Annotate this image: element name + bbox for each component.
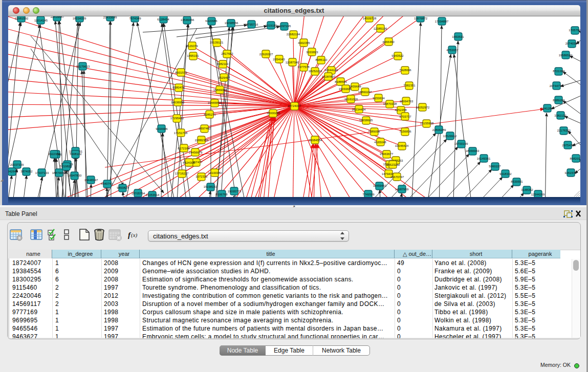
svg-text:5308102: 5308102 — [70, 152, 82, 156]
svg-text:21353914: 21353914 — [146, 193, 160, 196]
svg-text:21097245: 21097245 — [277, 25, 291, 28]
svg-text:7382351: 7382351 — [403, 84, 416, 87]
svg-text:8389269: 8389269 — [553, 99, 565, 102]
svg-text:11459463: 11459463 — [373, 184, 387, 187]
svg-text:10344146: 10344146 — [324, 69, 338, 72]
svg-text:7749509: 7749509 — [362, 193, 375, 196]
svg-text:12344269: 12344269 — [531, 193, 545, 196]
svg-text:4753657: 4753657 — [446, 49, 459, 52]
svg-text:20161026: 20161026 — [344, 98, 358, 101]
svg-text:4302355: 4302355 — [298, 41, 310, 45]
svg-text:6524305: 6524305 — [183, 161, 195, 164]
svg-text:18874652: 18874652 — [52, 171, 66, 174]
svg-text:6540741: 6540741 — [101, 182, 113, 185]
svg-text:15155998: 15155998 — [420, 122, 434, 125]
svg-text:16947830: 16947830 — [68, 174, 82, 177]
svg-text:19448347: 19448347 — [84, 179, 98, 182]
svg-text:15700199: 15700199 — [454, 142, 468, 145]
svg-text:14100380: 14100380 — [208, 171, 222, 174]
svg-text:13529912: 13529912 — [443, 135, 457, 138]
svg-text:14509728: 14509728 — [363, 17, 377, 20]
svg-text:7428696: 7428696 — [399, 69, 411, 72]
svg-text:7674349: 7674349 — [129, 17, 141, 20]
svg-text:12087340: 12087340 — [286, 61, 299, 64]
svg-text:16860207: 16860207 — [358, 91, 372, 94]
svg-text:1072322: 1072322 — [195, 175, 208, 178]
svg-text:8106768: 8106768 — [215, 193, 228, 196]
svg-text:15463677: 15463677 — [380, 152, 394, 156]
svg-text:9034686: 9034686 — [156, 127, 168, 130]
svg-text:7389096: 7389096 — [368, 130, 380, 133]
svg-text:17295412: 17295412 — [170, 117, 184, 120]
svg-text:16052972: 16052972 — [416, 106, 430, 109]
svg-text:18252216: 18252216 — [309, 70, 322, 73]
svg-text:3148352: 3148352 — [521, 188, 533, 191]
svg-text:5219822: 5219822 — [60, 165, 72, 168]
svg-text:17287807: 17287807 — [322, 75, 336, 78]
svg-text:9318332: 9318332 — [499, 172, 512, 176]
svg-text:18034339: 18034339 — [73, 17, 86, 20]
svg-text:14636992: 14636992 — [171, 101, 185, 104]
svg-text:2975475: 2975475 — [562, 144, 574, 147]
svg-text:6580474: 6580474 — [172, 86, 185, 89]
svg-text:13716227: 13716227 — [175, 172, 189, 175]
svg-text:22176301: 22176301 — [557, 129, 571, 132]
svg-text:4666460: 4666460 — [382, 40, 395, 43]
svg-text:22926327: 22926327 — [259, 53, 273, 56]
svg-text:22682194: 22682194 — [287, 33, 300, 36]
svg-text:1019189: 1019189 — [265, 24, 277, 27]
svg-text:22882351: 22882351 — [195, 139, 209, 142]
svg-text:14658665: 14658665 — [359, 119, 373, 122]
svg-text:8539591: 8539591 — [511, 180, 523, 183]
svg-text:9343522: 9343522 — [391, 54, 404, 57]
svg-text:19384554: 19384554 — [309, 139, 322, 142]
svg-text:17151708: 17151708 — [174, 132, 188, 135]
svg-text:3874052: 3874052 — [20, 170, 33, 173]
svg-text:8172169: 8172169 — [178, 147, 190, 150]
svg-text:3261579: 3261579 — [564, 171, 577, 174]
svg-text:21433649: 21433649 — [103, 16, 117, 19]
svg-text:4129379: 4129379 — [186, 45, 198, 48]
svg-text:16870338: 16870338 — [383, 102, 397, 105]
svg-text:3642648: 3642648 — [8, 170, 18, 173]
svg-text:9153634: 9153634 — [373, 97, 385, 100]
svg-text:5060227: 5060227 — [489, 165, 501, 168]
svg-text:14456679: 14456679 — [189, 151, 203, 154]
svg-text:6128434: 6128434 — [157, 18, 169, 21]
svg-text:4285271: 4285271 — [204, 113, 216, 116]
svg-text:5439648: 5439648 — [349, 85, 361, 88]
svg-text:8721369: 8721369 — [553, 70, 565, 73]
svg-text:16149361: 16149361 — [477, 157, 491, 160]
svg-text:17307133: 17307133 — [35, 171, 49, 174]
svg-text:16523222: 16523222 — [386, 163, 400, 166]
svg-text:18994763: 18994763 — [400, 100, 413, 103]
svg-text:8986110: 8986110 — [316, 58, 328, 61]
svg-text:11014145: 11014145 — [34, 19, 48, 22]
svg-text:20334454: 20334454 — [352, 108, 366, 111]
svg-text:18366963: 18366963 — [466, 149, 480, 152]
svg-text:4252458: 4252458 — [395, 108, 407, 112]
svg-text:21981592: 21981592 — [15, 17, 29, 20]
svg-text:15198153: 15198153 — [204, 185, 217, 188]
svg-text:13179613: 13179613 — [76, 65, 90, 68]
svg-text:8931579: 8931579 — [175, 71, 187, 74]
svg-text:8682011: 8682011 — [570, 157, 580, 160]
svg-text:1705792: 1705792 — [569, 29, 580, 32]
svg-text:11876872: 11876872 — [414, 17, 428, 20]
svg-text:19098556: 19098556 — [225, 21, 238, 25]
svg-text:3033823: 3033823 — [306, 51, 318, 54]
svg-text:3529497: 3529497 — [218, 76, 230, 79]
svg-text:5703737: 5703737 — [399, 115, 411, 118]
svg-text:19095773: 19095773 — [228, 190, 242, 193]
svg-text:3382132: 3382132 — [554, 114, 567, 117]
svg-text:(x): (x) — [131, 232, 138, 238]
svg-text:18705794: 18705794 — [132, 192, 145, 195]
svg-text:2817683: 2817683 — [221, 52, 233, 55]
svg-text:17394887: 17394887 — [435, 20, 449, 23]
svg-text:16670747: 16670747 — [390, 176, 404, 179]
svg-text:12385106: 12385106 — [374, 27, 387, 30]
svg-text:20740364: 20740364 — [565, 42, 579, 45]
svg-text:10346424: 10346424 — [395, 144, 409, 147]
svg-text:8188594: 8188594 — [335, 80, 347, 83]
svg-text:1495191: 1495191 — [187, 54, 199, 57]
